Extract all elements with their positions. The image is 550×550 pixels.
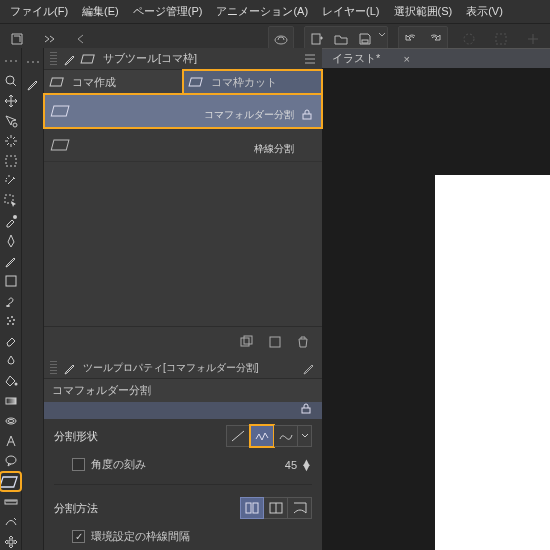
lock-icon[interactable] — [301, 404, 312, 417]
qb-clip-icon[interactable] — [6, 28, 28, 50]
svg-point-20 — [12, 323, 14, 325]
panel-edit-icon[interactable] — [302, 361, 316, 375]
menu-select[interactable]: 選択範囲(S) — [394, 4, 453, 19]
tool-selectlayer-icon[interactable] — [1, 112, 20, 129]
tool-transform-icon[interactable] — [1, 533, 20, 550]
svg-point-9 — [13, 123, 17, 127]
tool-shape-icon[interactable] — [1, 273, 20, 290]
tab-cut-icon — [191, 75, 205, 89]
tool-contour-icon[interactable] — [1, 413, 20, 430]
subtool-item-folder-split[interactable]: コマフォルダー分割 — [44, 94, 322, 128]
canvas[interactable] — [435, 175, 550, 550]
tool-spray-icon[interactable] — [1, 313, 20, 330]
svg-rect-42 — [253, 503, 258, 513]
angle-stepper[interactable]: ▲▼ — [301, 460, 312, 470]
border-split-icon — [54, 136, 72, 154]
tool-ruler-icon[interactable] — [1, 493, 20, 510]
tool-grip-icon — [1, 52, 20, 69]
cloud-sync-icon[interactable] — [270, 28, 292, 50]
tool-selectpick-icon[interactable] — [1, 192, 20, 209]
misc-2-icon[interactable] — [490, 28, 512, 50]
menubar: ファイル(F) 編集(E) ページ管理(P) アニメーション(A) レイヤー(L… — [0, 0, 550, 24]
misc-1-icon[interactable] — [458, 28, 480, 50]
tool-gradient-icon[interactable] — [1, 393, 20, 410]
tool-blend-icon[interactable] — [1, 353, 20, 370]
svg-point-14 — [6, 305, 10, 307]
dropdown-caret-icon[interactable] — [378, 28, 386, 42]
shape-curve[interactable] — [274, 425, 298, 447]
save-file-icon[interactable] — [354, 28, 376, 50]
divider — [54, 484, 312, 485]
subtool-item-border-split[interactable]: 枠線分割 — [44, 128, 322, 162]
new-file-icon[interactable] — [306, 28, 328, 50]
toolprop-lockbar — [44, 402, 322, 419]
tool-eraser-icon[interactable] — [1, 333, 20, 350]
tool-light-icon[interactable] — [1, 132, 20, 149]
tool-zoom-icon[interactable] — [1, 72, 20, 89]
env-checkbox[interactable] — [72, 530, 85, 543]
shape-polyline[interactable] — [250, 425, 274, 447]
svg-point-18 — [13, 319, 15, 321]
prop-angle-row: 角度の刻み 45 ▲▼ — [54, 457, 312, 472]
toolprop-panel-header[interactable]: ツールプロパティ[コマフォルダー分割] — [44, 357, 322, 379]
tool-fill-icon[interactable] — [1, 373, 20, 390]
toolprop-panel-title: ツールプロパティ[コマフォルダー分割] — [83, 361, 259, 375]
svg-point-12 — [13, 215, 17, 219]
panel-grip-icon[interactable] — [50, 52, 57, 66]
panel-grip-icon[interactable] — [50, 361, 57, 375]
method-opt2[interactable] — [264, 497, 288, 519]
misc-3-icon[interactable] — [522, 28, 544, 50]
tool-balloon-icon[interactable] — [1, 453, 20, 470]
tool-pen-icon[interactable] — [1, 232, 20, 249]
subtool-dup-icon[interactable] — [236, 331, 258, 353]
shape-straight[interactable] — [226, 425, 250, 447]
subtool-panel-title: サブツール[コマ枠] — [103, 51, 197, 66]
prop-env-row: 環境設定の枠線間隔 — [54, 529, 312, 544]
tool-frame-icon[interactable] — [1, 473, 20, 490]
tab-close-icon[interactable]: × — [404, 53, 410, 65]
tool-brush-icon[interactable] — [1, 293, 20, 310]
angle-checkbox[interactable] — [72, 458, 85, 471]
menu-page[interactable]: ページ管理(P) — [133, 4, 203, 19]
document-tab[interactable]: イラスト* × — [322, 49, 420, 68]
svg-rect-26 — [0, 477, 17, 487]
menu-file[interactable]: ファイル(F) — [10, 4, 68, 19]
svg-point-21 — [14, 383, 17, 386]
subtool-delete-icon[interactable] — [292, 331, 314, 353]
method-opt3[interactable] — [288, 497, 312, 519]
undo-icon[interactable] — [400, 28, 422, 50]
qb-back-icon[interactable] — [70, 28, 92, 50]
menu-layer[interactable]: レイヤー(L) — [322, 4, 379, 19]
subtool-footer — [44, 326, 322, 357]
shape-dropdown[interactable] — [298, 425, 312, 447]
subtool-panel-header[interactable]: サブツール[コマ枠] — [44, 48, 322, 70]
svg-point-7 — [15, 60, 17, 62]
tab-frame-cut[interactable]: コマ枠カット — [183, 70, 322, 94]
qb-chevrons-icon[interactable] — [38, 28, 60, 50]
angle-value-field[interactable]: 45 ▲▼ — [285, 459, 312, 471]
subtoolbar — [22, 48, 44, 550]
menu-anim[interactable]: アニメーション(A) — [216, 4, 308, 19]
tool-eyedropper-icon[interactable] — [1, 212, 20, 229]
tool-move-icon[interactable] — [1, 92, 20, 109]
svg-rect-33 — [189, 78, 202, 86]
tool-marquee-icon[interactable] — [1, 152, 20, 169]
panel-menu-icon[interactable] — [304, 53, 316, 65]
tool-pencil-icon[interactable] — [1, 252, 20, 269]
subtool-tabs: コマ作成 コマ枠カット — [44, 70, 322, 94]
tool-text-icon[interactable] — [1, 433, 20, 450]
svg-point-17 — [9, 320, 11, 322]
tool-linework-icon[interactable] — [1, 513, 20, 530]
redo-icon[interactable] — [424, 28, 446, 50]
subtool-new-icon[interactable] — [264, 331, 286, 353]
method-opt1[interactable] — [240, 497, 264, 519]
svg-point-15 — [7, 317, 9, 319]
open-file-icon[interactable] — [330, 28, 352, 50]
canvas-area[interactable] — [322, 68, 550, 550]
panel-pen-icon — [63, 52, 77, 66]
tab-frame-create[interactable]: コマ作成 — [44, 70, 183, 94]
tool-wand-icon[interactable] — [1, 172, 20, 189]
sub-pen-icon[interactable] — [23, 74, 42, 93]
menu-view[interactable]: 表示(V) — [466, 4, 503, 19]
menu-edit[interactable]: 編集(E) — [82, 4, 119, 19]
